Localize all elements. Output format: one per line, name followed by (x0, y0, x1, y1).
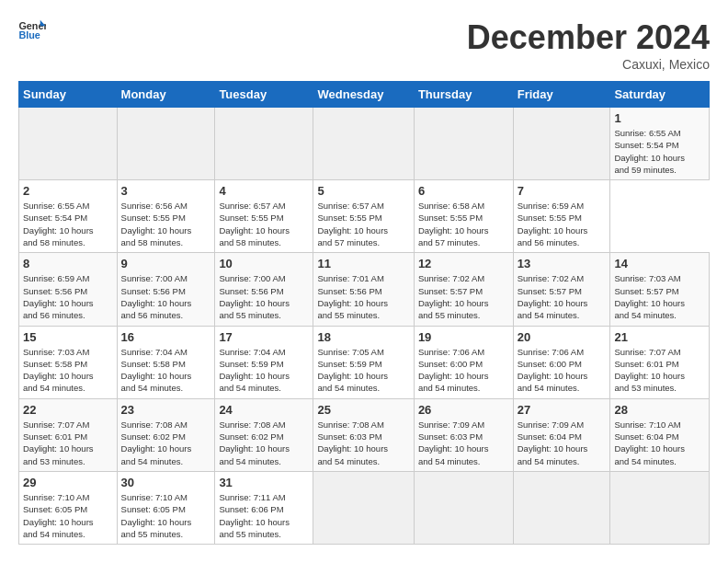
table-cell (215, 108, 313, 180)
day-info: Sunrise: 6:58 AM Sunset: 5:55 PM Dayligh… (418, 200, 509, 248)
table-cell (313, 108, 414, 180)
page-header: General Blue December 2024 Caxuxi, Mexic… (18, 18, 710, 72)
table-cell (414, 471, 513, 544)
table-cell (313, 471, 414, 544)
table-cell: 9Sunrise: 7:00 AM Sunset: 5:56 PM Daylig… (117, 253, 215, 326)
day-number: 12 (418, 257, 509, 270)
day-number: 30 (121, 476, 211, 489)
table-cell (513, 108, 610, 180)
day-info: Sunrise: 7:07 AM Sunset: 6:01 PM Dayligh… (23, 419, 113, 467)
day-info: Sunrise: 7:06 AM Sunset: 6:00 PM Dayligh… (418, 346, 509, 395)
table-cell: 10Sunrise: 7:00 AM Sunset: 5:56 PM Dayli… (215, 253, 313, 326)
col-saturday: Saturday (610, 82, 710, 108)
day-number: 19 (418, 330, 509, 344)
table-cell (610, 471, 710, 544)
calendar-body: 1Sunrise: 6:55 AM Sunset: 5:54 PM Daylig… (19, 108, 710, 545)
table-cell: 6Sunrise: 6:58 AM Sunset: 5:55 PM Daylig… (414, 180, 513, 253)
day-number: 4 (219, 184, 309, 198)
day-info: Sunrise: 7:09 AM Sunset: 6:03 PM Dayligh… (418, 419, 509, 467)
col-tuesday: Tuesday (215, 82, 313, 108)
table-cell: 5Sunrise: 6:57 AM Sunset: 5:55 PM Daylig… (313, 180, 414, 253)
day-number: 8 (23, 257, 113, 270)
day-info: Sunrise: 7:10 AM Sunset: 6:04 PM Dayligh… (614, 419, 705, 467)
location: Caxuxi, Mexico (467, 57, 710, 72)
day-info: Sunrise: 7:10 AM Sunset: 6:05 PM Dayligh… (23, 491, 113, 540)
table-cell: 15Sunrise: 7:03 AM Sunset: 5:58 PM Dayli… (19, 326, 118, 398)
logo-icon: General Blue (18, 18, 46, 41)
table-cell: 21Sunrise: 7:07 AM Sunset: 6:01 PM Dayli… (610, 326, 710, 398)
table-cell: 30Sunrise: 7:10 AM Sunset: 6:05 PM Dayli… (117, 471, 215, 544)
calendar-row: 8Sunrise: 6:59 AM Sunset: 5:56 PM Daylig… (19, 253, 710, 326)
day-number: 2 (23, 184, 113, 198)
day-number: 26 (418, 403, 509, 417)
day-info: Sunrise: 6:56 AM Sunset: 5:55 PM Dayligh… (121, 200, 211, 248)
day-info: Sunrise: 7:04 AM Sunset: 5:59 PM Dayligh… (219, 346, 309, 395)
day-info: Sunrise: 6:57 AM Sunset: 5:55 PM Dayligh… (219, 200, 309, 248)
day-info: Sunrise: 7:00 AM Sunset: 5:56 PM Dayligh… (121, 272, 211, 321)
table-cell: 14Sunrise: 7:03 AM Sunset: 5:57 PM Dayli… (610, 253, 710, 326)
header-row: Sunday Monday Tuesday Wednesday Thursday… (19, 82, 710, 108)
day-info: Sunrise: 7:09 AM Sunset: 6:04 PM Dayligh… (518, 419, 607, 467)
day-number: 21 (614, 330, 705, 344)
day-number: 9 (121, 257, 211, 270)
day-info: Sunrise: 7:05 AM Sunset: 5:59 PM Dayligh… (317, 346, 409, 395)
day-info: Sunrise: 7:01 AM Sunset: 5:56 PM Dayligh… (317, 272, 409, 321)
day-info: Sunrise: 7:00 AM Sunset: 5:56 PM Dayligh… (219, 272, 309, 321)
day-number: 24 (219, 403, 309, 417)
day-number: 25 (317, 403, 409, 417)
table-cell (513, 471, 610, 544)
title-area: December 2024 Caxuxi, Mexico (467, 18, 710, 72)
svg-text:Blue: Blue (18, 29, 40, 40)
table-cell: 20Sunrise: 7:06 AM Sunset: 6:00 PM Dayli… (513, 326, 610, 398)
day-info: Sunrise: 7:08 AM Sunset: 6:02 PM Dayligh… (121, 419, 211, 467)
day-number: 16 (121, 330, 211, 344)
table-cell: 3Sunrise: 6:56 AM Sunset: 5:55 PM Daylig… (117, 180, 215, 253)
table-cell: 29Sunrise: 7:10 AM Sunset: 6:05 PM Dayli… (19, 471, 118, 544)
table-cell: 13Sunrise: 7:02 AM Sunset: 5:57 PM Dayli… (513, 253, 610, 326)
day-number: 10 (219, 257, 309, 270)
calendar-row: 29Sunrise: 7:10 AM Sunset: 6:05 PM Dayli… (19, 471, 710, 544)
day-info: Sunrise: 6:59 AM Sunset: 5:55 PM Dayligh… (518, 200, 607, 248)
day-number: 22 (23, 403, 113, 417)
day-info: Sunrise: 7:07 AM Sunset: 6:01 PM Dayligh… (614, 346, 705, 395)
table-cell: 12Sunrise: 7:02 AM Sunset: 5:57 PM Dayli… (414, 253, 513, 326)
table-cell: 1Sunrise: 6:55 AM Sunset: 5:54 PM Daylig… (610, 108, 710, 180)
day-number: 29 (23, 476, 113, 489)
logo: General Blue (18, 18, 46, 41)
table-cell: 31Sunrise: 7:11 AM Sunset: 6:06 PM Dayli… (215, 471, 313, 544)
day-info: Sunrise: 6:57 AM Sunset: 5:55 PM Dayligh… (317, 200, 409, 248)
day-number: 13 (518, 257, 607, 270)
table-cell: 8Sunrise: 6:59 AM Sunset: 5:56 PM Daylig… (19, 253, 118, 326)
calendar-row: 1Sunrise: 6:55 AM Sunset: 5:54 PM Daylig… (19, 108, 710, 180)
day-number: 31 (219, 476, 309, 489)
table-cell: 2Sunrise: 6:55 AM Sunset: 5:54 PM Daylig… (19, 180, 118, 253)
col-wednesday: Wednesday (313, 82, 414, 108)
col-thursday: Thursday (414, 82, 513, 108)
day-number: 17 (219, 330, 309, 344)
day-info: Sunrise: 7:11 AM Sunset: 6:06 PM Dayligh… (219, 491, 309, 540)
day-info: Sunrise: 7:06 AM Sunset: 6:00 PM Dayligh… (518, 346, 607, 395)
day-info: Sunrise: 7:10 AM Sunset: 6:05 PM Dayligh… (121, 491, 211, 540)
calendar-table: Sunday Monday Tuesday Wednesday Thursday… (18, 81, 710, 545)
table-cell: 23Sunrise: 7:08 AM Sunset: 6:02 PM Dayli… (117, 398, 215, 471)
table-cell: 4Sunrise: 6:57 AM Sunset: 5:55 PM Daylig… (215, 180, 313, 253)
day-info: Sunrise: 7:02 AM Sunset: 5:57 PM Dayligh… (518, 272, 607, 321)
table-cell: 28Sunrise: 7:10 AM Sunset: 6:04 PM Dayli… (610, 398, 710, 471)
day-number: 28 (614, 403, 705, 417)
month-title: December 2024 (467, 18, 710, 57)
table-cell (117, 108, 215, 180)
col-monday: Monday (117, 82, 215, 108)
table-cell: 16Sunrise: 7:04 AM Sunset: 5:58 PM Dayli… (117, 326, 215, 398)
table-cell (19, 108, 118, 180)
day-number: 3 (121, 184, 211, 198)
day-number: 15 (23, 330, 113, 344)
calendar-row: 15Sunrise: 7:03 AM Sunset: 5:58 PM Dayli… (19, 326, 710, 398)
day-number: 23 (121, 403, 211, 417)
day-info: Sunrise: 7:04 AM Sunset: 5:58 PM Dayligh… (121, 346, 211, 395)
calendar-row: 22Sunrise: 7:07 AM Sunset: 6:01 PM Dayli… (19, 398, 710, 471)
calendar-row: 2Sunrise: 6:55 AM Sunset: 5:54 PM Daylig… (19, 180, 710, 253)
table-cell: 22Sunrise: 7:07 AM Sunset: 6:01 PM Dayli… (19, 398, 118, 471)
day-info: Sunrise: 7:03 AM Sunset: 5:58 PM Dayligh… (23, 346, 113, 395)
table-cell: 25Sunrise: 7:08 AM Sunset: 6:03 PM Dayli… (313, 398, 414, 471)
day-info: Sunrise: 7:02 AM Sunset: 5:57 PM Dayligh… (418, 272, 509, 321)
